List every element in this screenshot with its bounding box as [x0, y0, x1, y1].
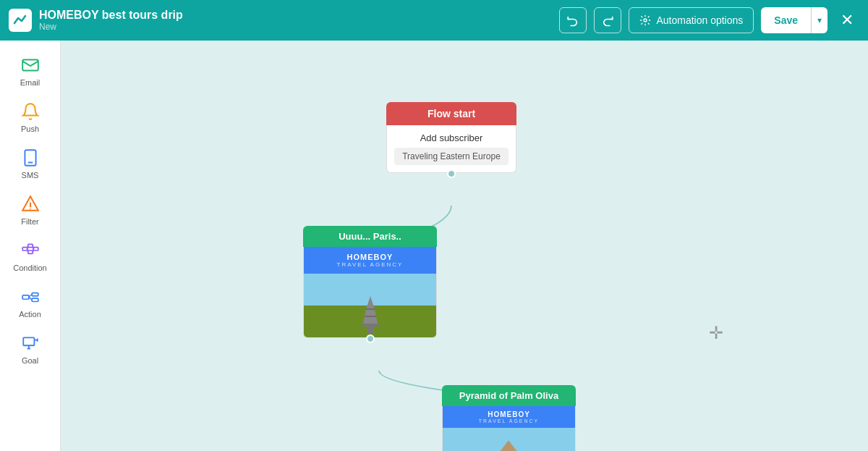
svg-rect-10 [33, 248, 38, 250]
svg-marker-25 [366, 296, 375, 309]
pyramid-node-body: HOMEBOY TRAVEL AGENCY [442, 406, 576, 451]
flow-start-body: Add subscriber Traveling Eastern Europe [386, 125, 516, 173]
svg-line-14 [33, 249, 33, 252]
redo-button[interactable] [594, 7, 621, 33]
sidebar-item-filter[interactable]: Filter [6, 188, 55, 232]
svg-rect-15 [22, 295, 29, 299]
app-title: HOMEBOY best tours drip [39, 9, 183, 22]
pyramid-brand-sub: TRAVEL AGENCY [447, 418, 571, 423]
pyramid-email-image [443, 428, 575, 451]
paris-node-connector [366, 334, 375, 343]
sidebar-sms-label: SMS [22, 171, 39, 180]
sidebar-item-email[interactable]: Email [6, 49, 55, 93]
close-button[interactable]: ✕ [835, 8, 859, 33]
svg-rect-2 [25, 150, 35, 166]
pyramid-brand-name: HOMEBOY [447, 410, 571, 418]
action-icon [20, 287, 41, 307]
flow-start-header: Flow start [386, 102, 516, 125]
paris-email-preview: HOMEBOY TRAVEL AGENCY [304, 247, 436, 337]
svg-rect-16 [32, 293, 38, 296]
flow-start-connector [447, 169, 456, 178]
pyramid-node-header: Pyramid of Palm Oliva [442, 385, 576, 406]
save-button[interactable]: Save [761, 7, 811, 33]
paris-brand-name: HOMEBOY [310, 253, 430, 261]
svg-point-6 [30, 208, 31, 210]
automation-options-label: Automation options [656, 14, 743, 26]
paris-brand-sub: TRAVEL AGENCY [310, 261, 430, 268]
svg-rect-7 [22, 248, 27, 250]
pyramid-email-brand: HOMEBOY TRAVEL AGENCY [443, 406, 575, 428]
svg-rect-9 [27, 250, 33, 253]
sidebar-item-sms[interactable]: SMS [6, 142, 55, 185]
condition-icon [20, 240, 41, 261]
filter-icon [20, 194, 41, 214]
sidebar-push-label: Push [21, 125, 39, 133]
move-cursor-indicator: ✛ [709, 323, 723, 343]
email-node-pyramid[interactable]: Pyramid of Palm Oliva HOMEBOY TRAVEL AGE… [442, 385, 576, 451]
svg-rect-17 [32, 298, 38, 301]
svg-rect-20 [23, 337, 34, 345]
push-icon [20, 101, 41, 122]
paris-node-header: Uuuu... Paris.. [303, 226, 437, 247]
svg-rect-8 [27, 244, 33, 247]
svg-line-12 [27, 249, 27, 252]
undo-button[interactable] [559, 7, 587, 33]
sidebar-goal-label: Goal [22, 356, 38, 365]
paris-node-body: HOMEBOY TRAVEL AGENCY [303, 247, 437, 338]
paris-email-image [304, 274, 436, 337]
sms-icon [20, 148, 41, 168]
header-title-group: HOMEBOY best tours drip New [39, 9, 183, 32]
pyramid-email-preview: HOMEBOY TRAVEL AGENCY [443, 406, 575, 451]
sidebar-condition-label: Condition [13, 264, 46, 272]
app-header: HOMEBOY best tours drip New Automation o… [0, 0, 868, 41]
svg-line-13 [33, 246, 33, 249]
subscriber-tag: Traveling Eastern Europe [394, 148, 509, 165]
sidebar-filter-label: Filter [21, 217, 38, 226]
add-subscriber-label: Add subscriber [394, 132, 509, 143]
svg-rect-28 [367, 326, 373, 334]
svg-rect-27 [362, 324, 379, 326]
email-icon [20, 55, 41, 75]
sidebar-item-condition[interactable]: Condition [6, 235, 55, 278]
save-group: Save ▾ [761, 7, 827, 33]
svg-line-11 [27, 246, 27, 249]
sidebar: Email Push SMS [0, 41, 61, 451]
sidebar-item-action[interactable]: Action [6, 281, 55, 324]
main-layout: Email Push SMS [0, 41, 868, 451]
email-node-paris[interactable]: Uuuu... Paris.. HOMEBOY TRAVEL AGENCY [303, 226, 437, 338]
goal-icon [20, 333, 41, 353]
app-subtitle: New [39, 22, 183, 32]
app-logo [9, 9, 32, 32]
sidebar-item-push[interactable]: Push [6, 96, 55, 139]
sidebar-email-label: Email [20, 78, 41, 87]
save-dropdown-button[interactable]: ▾ [811, 7, 827, 33]
sidebar-item-goal[interactable]: Goal [6, 327, 55, 371]
flow-start-node[interactable]: Flow start Add subscriber Traveling East… [386, 102, 516, 173]
sidebar-action-label: Action [19, 310, 41, 319]
flow-canvas[interactable]: Flow start Add subscriber Traveling East… [61, 41, 868, 451]
svg-point-0 [644, 19, 647, 22]
paris-email-brand: HOMEBOY TRAVEL AGENCY [304, 247, 436, 274]
automation-options-button[interactable]: Automation options [629, 7, 754, 33]
